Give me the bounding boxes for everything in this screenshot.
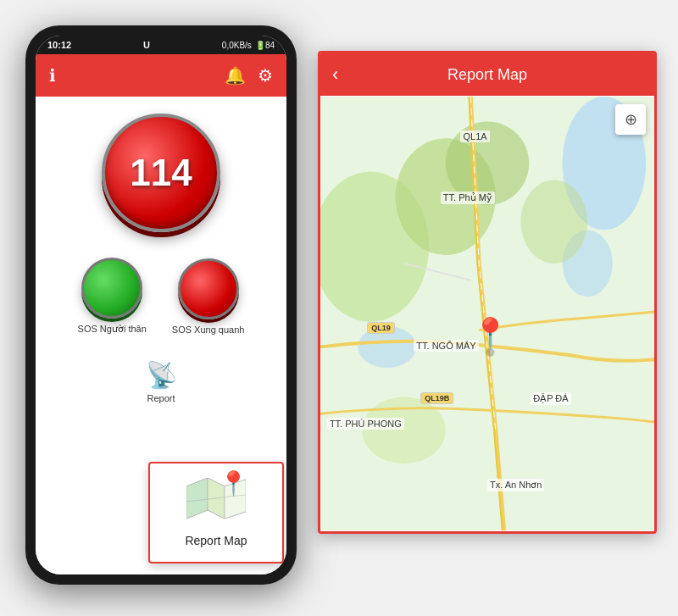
svg-point-12 [520, 180, 587, 264]
status-bar: 10:12 U 0,0KB/s 🔋84 [36, 36, 286, 54]
report-label: Report [147, 393, 175, 403]
app-header: ℹ 🔔 ⚙ [36, 54, 286, 97]
location-icon: ⊕ [625, 110, 637, 129]
bottom-row: 📡 Report [146, 360, 177, 403]
sos-xung-quanh-button[interactable] [178, 258, 239, 319]
label-phu-phong: TT. PHÚ PHONG [327, 418, 404, 430]
label-phu-my: TT. Phủ Mỹ [441, 191, 495, 204]
header-right-icons: 🔔 ⚙ [225, 65, 273, 86]
map-body: QL1A TT. Phủ Mỹ TT. NGÔ MÂY ĐẬP ĐÁ TT. P… [320, 96, 654, 531]
svg-marker-1 [186, 478, 208, 519]
road-ql19b: QL19B [420, 392, 453, 404]
status-icons: 🔋84 [255, 41, 275, 50]
sos-buttons-row: SOS Người thân SOS Xung quanh [78, 258, 245, 335]
map-location-pin: 📍 [471, 316, 509, 357]
bell-icon[interactable]: 🔔 [225, 65, 246, 86]
status-network: U [143, 40, 150, 50]
sos-114-label: 114 [130, 152, 192, 194]
road-ql19: QL19 [367, 322, 395, 334]
map-panel: ‹ Report Map [318, 51, 657, 534]
report-map-popup-label: Report Map [185, 534, 247, 547]
map-background [320, 96, 654, 531]
sos-xung-quanh-wrap: SOS Xung quanh [172, 258, 245, 335]
status-time: 10:12 [47, 40, 71, 50]
report-map-icon-wrap: 📍 [186, 478, 246, 529]
report-map-popup[interactable]: 📍 Report Map [148, 462, 284, 563]
sos-114-button[interactable]: 114 [102, 114, 220, 232]
sos-xung-quanh-label: SOS Xung quanh [172, 325, 245, 335]
map-pin-icon: 📍 [219, 469, 248, 497]
map-back-button[interactable]: ‹ [332, 64, 338, 86]
location-button[interactable]: ⊕ [615, 104, 646, 135]
sos-nguoi-than-button[interactable] [81, 258, 142, 319]
sos-nguoi-than-label: SOS Người thân [78, 324, 147, 335]
report-signal-icon: 📡 [146, 360, 177, 390]
sos-nguoi-than-wrap: SOS Người thân [78, 258, 147, 335]
status-speed: 0,0KB/s [222, 41, 252, 50]
label-dap-da: ĐẬP ĐÁ [531, 392, 570, 405]
report-item: 📡 Report [146, 360, 177, 403]
map-panel-header: ‹ Report Map [320, 53, 654, 96]
label-ngo-may: TT. NGÔ MÂY [414, 340, 478, 352]
gear-icon[interactable]: ⚙ [258, 65, 273, 86]
map-panel-title: Report Map [447, 66, 527, 84]
label-ql1a: QL1A [460, 130, 489, 142]
status-right: 0,0KB/s 🔋84 [222, 41, 275, 50]
label-an-nhon: Tx. An Nhơn [487, 479, 544, 491]
info-icon[interactable]: ℹ [49, 65, 56, 86]
